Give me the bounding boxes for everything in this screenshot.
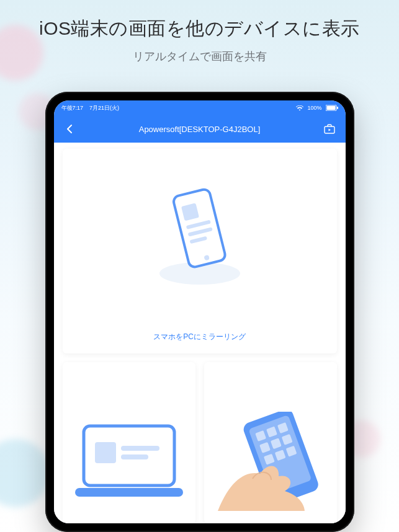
phone-illustration — [63, 149, 337, 323]
status-bar: 午後7:17 7月21日(火) 100% — [54, 100, 346, 115]
hero: iOS端末の画面を他のデバイスに表示 リアルタイムで画面を共有 — [0, 0, 399, 64]
card-main-caption: スマホをPCにミラーリング — [153, 323, 246, 353]
battery-icon — [326, 105, 338, 111]
status-time: 午後7:17 — [61, 105, 84, 111]
svg-rect-1 — [326, 106, 335, 110]
chevron-left-icon — [66, 125, 74, 133]
hero-title: iOS端末の画面を他のデバイスに表示 — [0, 16, 399, 42]
content-area: スマホをPCにミラーリング — [54, 143, 346, 523]
card-hand-phone[interactable] — [204, 362, 337, 523]
gallery-button[interactable] — [322, 122, 337, 136]
card-row — [63, 362, 337, 523]
nav-title: Apowersoft[DESKTOP-G4J2BOL] — [54, 125, 346, 134]
back-button[interactable] — [63, 122, 78, 136]
svg-rect-14 — [121, 446, 159, 451]
card-phone-to-pc[interactable]: スマホをPCにミラーリング — [63, 149, 337, 353]
tablet-frame: 午後7:17 7月21日(火) 100% Apowersoft[DESKTOP-… — [45, 92, 354, 532]
svg-rect-13 — [95, 442, 116, 463]
hand-phone-illustration — [204, 362, 337, 523]
svg-rect-12 — [75, 488, 183, 497]
status-right: 100% — [296, 105, 338, 111]
svg-rect-2 — [337, 107, 338, 109]
nav-bar: Apowersoft[DESKTOP-G4J2BOL] — [54, 115, 346, 143]
hero-subtitle: リアルタイムで画面を共有 — [0, 49, 399, 64]
status-left: 午後7:17 7月21日(火) — [61, 104, 120, 112]
wifi-icon — [296, 105, 303, 111]
battery-percent: 100% — [307, 105, 321, 111]
svg-rect-5 — [172, 188, 226, 268]
status-date: 7月21日(火) — [89, 105, 119, 111]
tablet-screen: 午後7:17 7月21日(火) 100% Apowersoft[DESKTOP-… — [54, 100, 346, 523]
svg-rect-15 — [121, 454, 148, 459]
briefcase-play-icon — [324, 124, 335, 134]
laptop-illustration — [63, 362, 195, 523]
card-laptop[interactable] — [63, 362, 195, 523]
